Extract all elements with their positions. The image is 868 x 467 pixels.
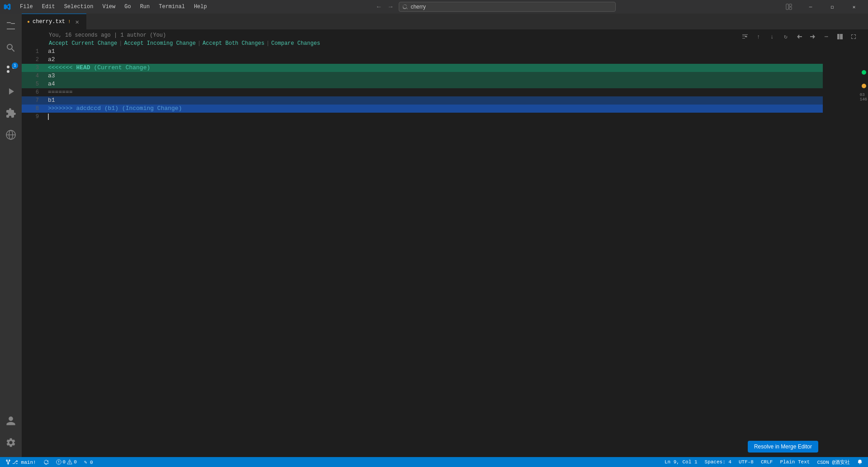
run-debug-icon	[5, 86, 16, 97]
sidebar-item-source-control[interactable]: 1	[0, 59, 22, 81]
sync-item[interactable]	[42, 457, 51, 467]
restore-button[interactable]: ◻	[822, 0, 843, 14]
accept-incoming-link[interactable]: Accept Incoming Change	[124, 40, 195, 47]
title-bar-left: File Edit Selection View Go Run Terminal…	[4, 3, 211, 11]
close-button[interactable]: ✕	[844, 0, 864, 14]
scroll-down-button[interactable]: ↓	[767, 31, 778, 42]
bell-icon	[857, 459, 863, 465]
menu-terminal[interactable]: Terminal	[155, 3, 189, 11]
compare-changes-link[interactable]: Compare Changes	[271, 40, 320, 47]
table-row: 8 >>>>>>> adcdccd (b1) (Incoming Change)	[22, 105, 823, 113]
title-bar-center: ← →	[373, 2, 616, 12]
errors-item[interactable]: 0 0	[54, 457, 79, 467]
status-bar-left: ⎇ main! 0 0 ✎ 0	[4, 457, 95, 467]
code-area[interactable]: 1 a1 2 a2 3 <<<<<<< HEAD (Current Change…	[22, 48, 823, 457]
layout-editor-button[interactable]	[778, 0, 799, 14]
extensions-icon	[5, 108, 16, 119]
svg-rect-0	[786, 4, 788, 10]
menu-edit[interactable]: Edit	[38, 3, 59, 11]
next-change-button[interactable]	[807, 31, 818, 42]
svg-rect-1	[789, 4, 792, 6]
sidebar-item-run[interactable]	[0, 81, 22, 102]
sidebar-item-remote-explorer[interactable]	[0, 124, 22, 146]
tab-label: cherry.txt	[33, 19, 65, 25]
file-type-item[interactable]: Plain Text	[778, 457, 811, 467]
text-cursor	[48, 114, 49, 120]
files-icon	[5, 21, 16, 32]
table-row: 5 a4	[22, 80, 823, 88]
svg-point-8	[58, 463, 59, 463]
menu-file[interactable]: File	[16, 3, 37, 11]
svg-point-10	[70, 463, 70, 463]
sidebar-item-explorer[interactable]	[0, 15, 22, 37]
activity-bar: 1	[0, 14, 22, 457]
search-input[interactable]	[410, 4, 611, 10]
tab-bar: ● cherry.txt ! ✕	[22, 14, 868, 29]
notifications-item[interactable]	[855, 457, 864, 467]
back-button[interactable]: ←	[373, 2, 384, 12]
menu-go[interactable]: Go	[121, 3, 134, 11]
branch-item[interactable]: ⎇ main!	[4, 457, 38, 467]
encoding-item[interactable]: UTF-8	[737, 457, 755, 467]
table-row: 9	[22, 113, 823, 121]
csdn-item[interactable]: CSDN @酒安社	[815, 457, 852, 467]
resolve-merge-editor-button[interactable]: Resolve in Merge Editor	[748, 441, 818, 453]
file-info-text: You, 16 seconds ago | 1 author (You)	[49, 32, 166, 38]
sidebar-item-extensions[interactable]	[0, 102, 22, 124]
table-row: 1 a1	[22, 48, 823, 56]
table-row: 2 a2	[22, 56, 823, 64]
line-ending-item[interactable]: CRLF	[759, 457, 774, 467]
yellow-indicator	[862, 84, 866, 88]
forward-button[interactable]: →	[385, 2, 396, 12]
menu-help[interactable]: Help	[190, 3, 211, 11]
minimize-button[interactable]: ―	[800, 0, 821, 14]
tab-cherry-txt[interactable]: ● cherry.txt ! ✕	[22, 14, 86, 29]
gear-icon	[5, 437, 16, 448]
accept-current-link[interactable]: Accept Current Change	[49, 40, 117, 47]
vscode-logo	[4, 3, 11, 10]
status-bar: ⎇ main! 0 0 ✎ 0 Ln 9, Col 1 Spaces: 4 UT…	[0, 457, 868, 467]
menu-selection[interactable]: Selection	[61, 3, 97, 11]
editor-area: ● cherry.txt ! ✕ ↑ ↓ ↻ ⋯	[22, 14, 868, 457]
main-layout: 1	[0, 14, 868, 457]
nav-buttons: ← →	[373, 2, 396, 12]
remote-icon	[5, 129, 16, 140]
tab-close-button[interactable]: ✕	[74, 18, 81, 25]
prev-change-button[interactable]	[794, 31, 805, 42]
sync-button[interactable]: ↻	[780, 31, 791, 42]
green-indicator	[862, 70, 866, 75]
source-control-badge: 1	[12, 62, 18, 69]
conflict-actions: Accept Current Change | Accept Incoming …	[22, 39, 823, 48]
title-bar-right: ― ◻ ✕	[778, 0, 864, 14]
editor-toolbar: ↑ ↓ ↻ ⋯	[740, 31, 859, 42]
split-editor-button[interactable]	[835, 31, 845, 42]
sidebar-item-search[interactable]	[0, 37, 22, 59]
error-icon	[56, 459, 61, 465]
accept-both-link[interactable]: Accept Both Changes	[203, 40, 264, 47]
warning-icon	[67, 459, 72, 465]
editor-container[interactable]: You, 16 seconds ago | 1 author (You) Acc…	[22, 29, 823, 457]
title-bar-menu: File Edit Selection View Go Run Terminal…	[16, 3, 211, 11]
toggle-word-wrap-button[interactable]	[740, 31, 750, 42]
more-actions-button[interactable]: ⋯	[821, 31, 832, 42]
svg-rect-2	[789, 7, 792, 10]
sync-icon	[43, 459, 49, 465]
position-item[interactable]: Ln 9, Col 1	[663, 457, 699, 467]
sidebar-item-accounts[interactable]	[0, 410, 22, 432]
expand-button[interactable]	[848, 31, 859, 42]
menu-run[interactable]: Run	[137, 3, 154, 11]
spaces-item[interactable]: Spaces: 4	[703, 457, 733, 467]
title-bar: File Edit Selection View Go Run Terminal…	[0, 0, 868, 14]
search-icon	[5, 43, 16, 53]
minimap-numbers: 03 146	[860, 93, 867, 102]
sidebar-item-settings[interactable]	[0, 432, 22, 453]
branch-label: ⎇ main!	[12, 459, 36, 465]
table-row: 6 =======	[22, 88, 823, 96]
tab-exclamation: !	[68, 19, 71, 24]
table-row: 3 <<<<<<< HEAD (Current Change)	[22, 64, 823, 72]
git-changes-item[interactable]: ✎ 0	[82, 457, 95, 467]
scroll-up-button[interactable]: ↑	[753, 31, 764, 42]
menu-view[interactable]: View	[99, 3, 119, 11]
status-bar-right: Ln 9, Col 1 Spaces: 4 UTF-8 CRLF Plain T…	[663, 457, 864, 467]
search-box[interactable]	[399, 2, 616, 12]
